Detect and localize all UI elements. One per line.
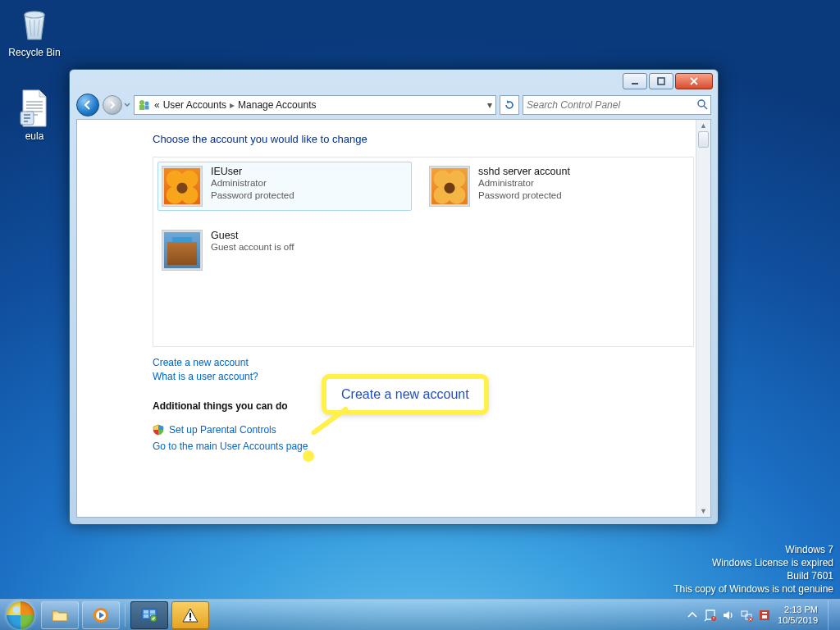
network-icon[interactable] xyxy=(740,609,753,622)
media-player-icon xyxy=(92,606,110,624)
recycle-bin-icon xyxy=(15,5,54,44)
shield-icon xyxy=(153,424,164,436)
minimize-button[interactable] xyxy=(623,73,647,89)
clock-time: 2:13 PM xyxy=(778,605,818,615)
svg-rect-9 xyxy=(53,614,66,620)
breadcrumb-prefix: « xyxy=(154,99,160,111)
search-box[interactable] xyxy=(523,95,711,115)
svg-rect-5 xyxy=(139,105,144,110)
svg-rect-15 xyxy=(144,614,148,618)
account-role: Administrator xyxy=(211,177,294,189)
maximize-icon xyxy=(657,77,665,85)
forward-button[interactable] xyxy=(103,95,122,115)
address-bar[interactable]: « User Accounts ▸ Manage Accounts ▾ xyxy=(134,95,496,115)
close-button[interactable] xyxy=(675,73,713,89)
taskbar-media-player-button[interactable] xyxy=(82,601,120,629)
desktop-icon-label: eula xyxy=(5,130,64,142)
user-accounts-icon xyxy=(138,98,151,112)
callout-text: Create a new account xyxy=(341,387,469,401)
volume-icon[interactable] xyxy=(722,609,735,622)
activation-watermark: Windows 7 Windows License is expired Bui… xyxy=(673,543,833,596)
svg-rect-13 xyxy=(144,610,148,614)
refresh-icon xyxy=(504,99,515,111)
windows-orb-icon xyxy=(7,601,34,629)
folder-icon xyxy=(51,606,69,624)
svg-point-4 xyxy=(139,100,144,105)
page-title: Choose the account you would like to cha… xyxy=(153,133,687,145)
account-name: sshd server account xyxy=(478,166,570,177)
breadcrumb-segment[interactable]: User Accounts xyxy=(163,99,226,111)
account-name: Guest xyxy=(211,230,294,241)
desktop-icon-eula[interactable]: eula xyxy=(5,89,64,142)
account-note: Password protected xyxy=(478,189,570,202)
scroll-thumb[interactable] xyxy=(698,131,709,148)
account-role: Administrator xyxy=(478,177,570,189)
avatar xyxy=(429,166,470,207)
desktop-icon-label: Recycle Bin xyxy=(5,47,64,58)
svg-rect-3 xyxy=(658,78,664,84)
maximize-button[interactable] xyxy=(649,73,673,89)
control-panel-icon xyxy=(140,606,158,624)
svg-rect-14 xyxy=(150,610,155,614)
scroll-up-button[interactable]: ▲ xyxy=(696,120,710,131)
refresh-button[interactable] xyxy=(500,95,519,115)
taskbar-clock[interactable]: 2:13 PM 10/5/2019 xyxy=(778,605,818,626)
parental-controls-link[interactable]: Set up Parental Controls xyxy=(169,424,276,436)
avatar xyxy=(162,230,203,271)
scroll-down-button[interactable]: ▼ xyxy=(696,505,710,517)
breadcrumb-segment[interactable]: Manage Accounts xyxy=(238,99,316,111)
account-name: IEUser xyxy=(211,166,294,177)
svg-rect-18 xyxy=(189,613,191,618)
svg-rect-2 xyxy=(632,83,638,84)
start-button[interactable] xyxy=(3,601,38,629)
svg-rect-7 xyxy=(145,106,149,110)
taskbar-alert-button[interactable] xyxy=(171,601,209,629)
tray-chevron-up-icon[interactable] xyxy=(686,609,699,622)
account-tile-sshd[interactable]: sshd server account Administrator Passwo… xyxy=(429,166,675,207)
svg-point-6 xyxy=(145,102,149,106)
accounts-container: IEUser Administrator Password protected … xyxy=(153,157,694,347)
taskbar-control-panel-button[interactable] xyxy=(130,601,168,629)
warning-icon xyxy=(181,606,199,624)
scrollbar[interactable]: ▲ ▼ xyxy=(696,120,710,517)
create-account-link[interactable]: Create a new account xyxy=(153,357,687,368)
taskbar-explorer-button[interactable] xyxy=(41,601,79,629)
nav-chevron-down-icon[interactable] xyxy=(124,98,130,112)
main-user-accounts-link[interactable]: Go to the main User Accounts page xyxy=(153,441,687,452)
arrow-right-icon xyxy=(107,100,117,110)
control-panel-window: « User Accounts ▸ Manage Accounts ▾ xyxy=(69,69,719,525)
svg-point-0 xyxy=(25,11,44,18)
annotation-dot xyxy=(303,450,314,462)
show-desktop-button[interactable] xyxy=(828,600,837,630)
avatar xyxy=(162,166,203,207)
back-button[interactable] xyxy=(76,94,99,116)
desktop-icon-recycle-bin[interactable]: Recycle Bin xyxy=(5,5,64,58)
svg-rect-21 xyxy=(742,611,747,616)
account-tile-guest[interactable]: Guest Guest account is off xyxy=(162,230,408,271)
svg-point-8 xyxy=(698,100,705,107)
svg-rect-25 xyxy=(762,612,767,614)
svg-rect-26 xyxy=(762,615,767,619)
account-tile-ieuser[interactable]: IEUser Administrator Password protected xyxy=(158,162,412,211)
annotation-callout: Create a new account xyxy=(324,377,486,413)
account-note: Password protected xyxy=(211,189,294,202)
text-file-icon xyxy=(15,89,54,128)
chevron-right-icon[interactable]: ▸ xyxy=(230,99,235,111)
tray-app-icon[interactable] xyxy=(758,609,771,622)
action-center-icon[interactable] xyxy=(704,609,717,622)
clock-date: 10/5/2019 xyxy=(778,615,818,626)
search-input[interactable] xyxy=(523,99,694,111)
minimize-icon xyxy=(631,77,639,85)
chevron-down-icon[interactable]: ▾ xyxy=(487,99,492,111)
close-icon xyxy=(689,77,699,85)
taskbar: 2:13 PM 10/5/2019 xyxy=(0,599,840,630)
svg-rect-19 xyxy=(189,619,191,620)
arrow-left-icon xyxy=(82,99,94,111)
search-icon[interactable] xyxy=(694,98,710,112)
account-role: Guest account is off xyxy=(211,241,294,253)
